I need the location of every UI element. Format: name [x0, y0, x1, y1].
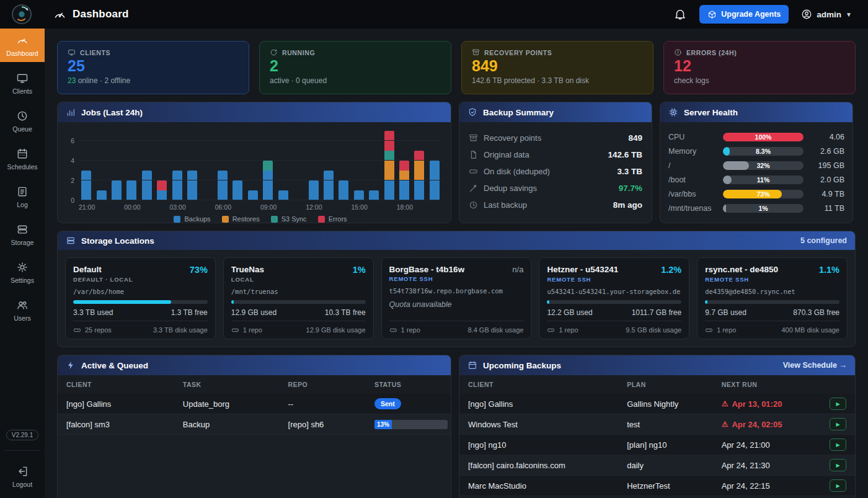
repo-count-label: 1 repo	[243, 326, 262, 334]
bar-chart-icon	[66, 107, 76, 117]
summary-value: 8m ago	[613, 200, 642, 210]
upcoming-row: [ngo] GallinsGallins Nightly⚠Apr 13, 01:…	[459, 394, 855, 414]
backups-segment	[112, 180, 122, 200]
sidebar-item-storage[interactable]: Storage	[0, 218, 45, 251]
chart-bar-slot	[275, 131, 290, 200]
jobs-panel-header: Jobs (Last 24h)	[58, 102, 451, 122]
client-cell: [ngo] Gallins	[66, 399, 183, 409]
disk-usage-label: 12.9 GB disk usage	[306, 326, 366, 334]
chart-bar	[399, 161, 409, 200]
next-run-time: Apr 24, 21:30	[722, 461, 770, 470]
storage-locations-panel: Storage Locations 5 configured Default73…	[57, 231, 856, 347]
upcoming-backups-header: Upcoming Backups View Schedule →	[459, 355, 855, 375]
storage-card-footer: 1 repo400 MB disk usage	[705, 321, 839, 339]
summary-label: Dedup savings	[484, 184, 619, 193]
version-badge: V2.29.1	[6, 430, 38, 440]
usage-percent-label: 73%	[723, 190, 804, 198]
usage-percent-label: 11%	[723, 176, 804, 184]
run-now-button[interactable]: ▶	[830, 438, 846, 451]
cpu-icon	[668, 107, 678, 117]
sidebar-item-schedules[interactable]: Schedules	[0, 142, 45, 176]
quota-note: Quota unavailable	[389, 300, 524, 309]
chart-gridline	[79, 140, 442, 141]
page-title: Dashboard	[73, 8, 129, 20]
stat-label-row: RECOVERY POINTS	[472, 48, 643, 56]
storage-path: /var/bbs/home	[73, 288, 208, 295]
backup-summary-panel: Backup Summary Recovery points849Origina…	[459, 102, 652, 223]
sidebar-label: Log	[17, 201, 28, 208]
chart-bar	[278, 190, 288, 200]
chart-bar-slot	[200, 131, 215, 200]
backups-segment	[414, 180, 424, 200]
chart-x-tick-label	[382, 203, 396, 212]
mount-label: /mnt/truenas	[668, 204, 723, 213]
chart-bar	[430, 161, 440, 200]
run-now-button[interactable]: ▶	[830, 418, 846, 430]
gear-icon	[16, 261, 29, 273]
sidebar-item-clients[interactable]: Clients	[0, 66, 45, 100]
divider	[4, 450, 40, 451]
errors-stat-card[interactable]: ERRORS (24H) 12 check logs	[663, 41, 856, 94]
next-run-time: Apr 13, 01:20	[732, 399, 782, 409]
running-stat-card[interactable]: RUNNING 2 active · 0 queued	[259, 41, 451, 94]
sidebar-label: Dashboard	[6, 50, 38, 57]
storage-free: 1.3 TB free	[171, 308, 208, 317]
chart-bar-slot	[215, 131, 230, 200]
legend-label: Backups	[184, 215, 210, 223]
stat-sub: 142.6 TB protected · 3.3 TB on disk	[472, 76, 643, 85]
summary-label: Recovery points	[484, 133, 628, 143]
chart-bar-slot	[260, 131, 275, 200]
stat-label: RUNNING	[282, 49, 315, 56]
legend-item: S3 Sync	[271, 215, 307, 223]
chart-bars	[79, 131, 442, 200]
chart-bar-slot	[427, 131, 442, 200]
run-now-button[interactable]: ▶	[830, 479, 846, 492]
sidebar-item-dashboard[interactable]: Dashboard	[0, 29, 45, 62]
client-cell: [falcon] sm3	[66, 420, 183, 429]
chart-bar	[354, 190, 364, 200]
legend-label: Errors	[329, 215, 347, 223]
active-queued-columns: CLIENTTASKREPOSTATUS	[58, 375, 451, 394]
run-now-button[interactable]: ▶	[830, 459, 846, 471]
storage-card-footer: 1 repo12.9 GB disk usage	[231, 321, 366, 339]
storage-progress-bar	[547, 300, 681, 304]
sidebar-label: Users	[14, 314, 30, 322]
chart-y-tick-label: 2	[71, 177, 74, 184]
stat-sub: 23 online · 2 offline	[68, 76, 239, 85]
legend-item: Errors	[318, 215, 347, 223]
user-menu[interactable]: admin ▼	[801, 9, 852, 20]
spinner-icon	[270, 48, 278, 56]
chart-bar-slot	[230, 131, 245, 200]
sidebar-item-settings[interactable]: Settings	[0, 256, 45, 289]
top-bar: Dashboard Upgrade Agents admin ▼	[0, 0, 868, 29]
usage-percent-label: 100%	[723, 133, 804, 141]
view-schedule-link[interactable]: View Schedule →	[783, 361, 847, 370]
backups-segment	[263, 171, 273, 200]
chart-bar-slot	[94, 131, 108, 200]
recovery-points-stat-card[interactable]: RECOVERY POINTS 849 142.6 TB protected ·…	[461, 41, 653, 94]
upgrade-agents-button[interactable]: Upgrade Agents	[699, 5, 789, 24]
notifications-button[interactable]	[673, 7, 687, 21]
sidebar-label: Settings	[11, 277, 34, 284]
chart-bar-slot	[246, 131, 260, 200]
app-logo	[11, 4, 32, 25]
chart-bar-slot	[306, 131, 321, 200]
status-cell: Sent	[374, 398, 442, 409]
storage-used: 12.9 GB used	[231, 308, 277, 317]
stat-label: RECOVERY POINTS	[484, 49, 552, 56]
restores-segment	[414, 161, 424, 180]
sidebar-item-log[interactable]: Log	[0, 180, 45, 213]
task-progress-label: 13%	[377, 420, 389, 429]
logout-button[interactable]: Logout	[12, 460, 32, 493]
bottom-row: Active & Queued CLIENTTASKREPOSTATUS [ng…	[57, 355, 856, 498]
backups-segment	[126, 180, 136, 200]
sidebar-item-users[interactable]: Users	[0, 293, 45, 327]
plan-cell: HetznerTest	[627, 481, 722, 491]
clients-stat-card[interactable]: CLIENTS 25 23 online · 2 offline	[57, 41, 249, 94]
storage-usage-percent: 1%	[353, 265, 366, 275]
run-now-button[interactable]: ▶	[830, 398, 846, 410]
sidebar-item-queue[interactable]: Queue	[0, 104, 45, 138]
s3-sync-segment	[263, 161, 273, 171]
archive-icon	[472, 48, 480, 56]
chart-x-tick-label: 00:00	[124, 203, 140, 212]
